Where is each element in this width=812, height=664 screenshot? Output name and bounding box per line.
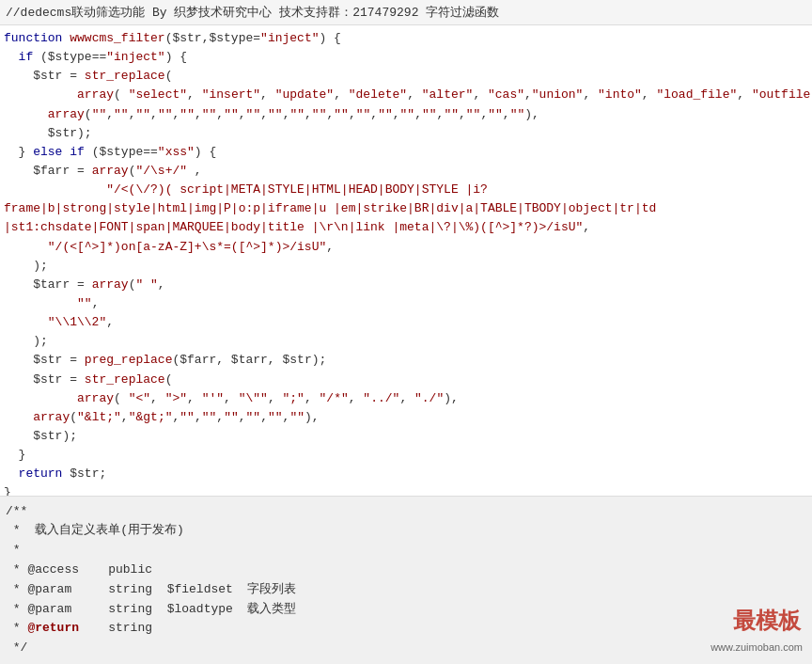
code-line: ); xyxy=(4,257,808,276)
bottom-comment-line: * @return string xyxy=(6,619,806,639)
code-line: } else if ($stype=="xss") { xyxy=(4,143,808,162)
bottom-comment-line: * @param string $fieldset 字段列表 xyxy=(6,580,806,600)
code-line: $str); xyxy=(4,427,808,446)
code-line: $tarr = array(" ", xyxy=(4,276,808,294)
bottom-comment-line: * xyxy=(6,541,806,561)
code-line: "/<(\/?)( script|META|STYLE|HTML|HEAD|BO… xyxy=(4,181,808,199)
bottom-comment-line: /** xyxy=(6,502,806,522)
code-line: $str = preg_replace($farr, $tarr, $str); xyxy=(4,351,808,370)
code-line: array( "<", ">", "'", "\"", ";", "/*", "… xyxy=(4,389,808,408)
code-line: $str); xyxy=(4,124,808,143)
code-line: if ($stype=="inject") { xyxy=(4,48,808,67)
code-line: "/(<[^>]*)on[a-zA-Z]+\s*=([^>]*)>/isU", xyxy=(4,238,808,257)
bottom-comment-line: * @access public xyxy=(6,561,806,580)
watermark: 最模板 xyxy=(733,606,801,636)
code-line: $str = str_replace( xyxy=(4,67,808,86)
code-line: "", xyxy=(4,294,808,313)
watermark-url: www.zuimoban.com xyxy=(710,641,803,653)
code-line: } xyxy=(4,446,808,465)
code-line: $farr = array("/\s+/" , xyxy=(4,162,808,181)
code-line: return $str; xyxy=(4,465,808,483)
code-line: array("","","","","","","","","","","","… xyxy=(4,105,808,124)
code-container: //dedecms联动筛选功能 By 织梦技术研究中心 技术支持群：217479… xyxy=(0,0,812,664)
code-line: frame|b|strong|style|html|img|P|o:p|ifra… xyxy=(4,199,808,218)
code-line: |st1:chsdate|FONT|span|MARQUEE|body|titl… xyxy=(4,218,808,237)
bottom-comment-line: * @param string $loadtype 载入类型 xyxy=(6,600,806,620)
bottom-comment: /** * 载入自定义表单(用于发布) * * @access public *… xyxy=(0,496,812,664)
code-line: array( "select", "insert", "update", "de… xyxy=(4,86,808,104)
header-comment: //dedecms联动筛选功能 By 织梦技术研究中心 技术支持群：217479… xyxy=(0,0,812,25)
bottom-comment-line: * 载入自定义表单(用于发布) xyxy=(6,521,806,541)
header-comment-text: //dedecms联动筛选功能 By 织梦技术研究中心 技术支持群：217479… xyxy=(6,6,499,20)
code-line: "\\1\\2", xyxy=(4,313,808,332)
code-line: function wwwcms_filter($str,$stype="inje… xyxy=(4,29,808,48)
code-line: ); xyxy=(4,332,808,351)
code-line: $str = str_replace( xyxy=(4,371,808,389)
bottom-comment-line: */ xyxy=(6,639,806,658)
code-line: array("&lt;","&gt;","","","","","",""), xyxy=(4,408,808,427)
